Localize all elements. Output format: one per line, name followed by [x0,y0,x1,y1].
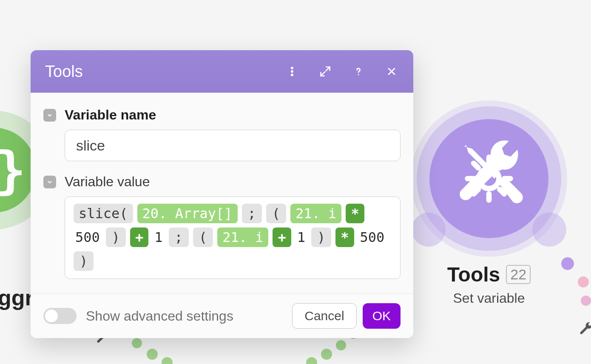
expr-token-par[interactable]: ) [74,251,94,271]
flow-dot [578,276,589,287]
svg-point-9 [291,67,293,69]
expr-token-num[interactable]: 500 [358,228,386,247]
expr-token-ref[interactable]: 21. i [290,204,341,223]
flow-dot [132,338,142,348]
help-icon[interactable] [351,64,366,79]
svg-line-5 [474,163,478,168]
expr-token-par[interactable]: ) [311,228,331,247]
tools-dialog: Tools Variable name [31,50,413,338]
collapse-toggle-variable-name[interactable] [43,109,56,122]
collapse-toggle-variable-value[interactable] [43,176,56,188]
variable-value-label: Variable value [65,174,150,190]
advanced-settings-label: Show advanced settings [86,308,292,324]
expr-token-par[interactable]: ( [193,228,213,247]
tools-node[interactable]: Tools 22 Set variable [410,106,568,306]
expr-token-num[interactable]: 500 [74,228,102,247]
dialog-header: Tools [31,50,413,93]
expr-token-ref[interactable]: 21. i [217,228,268,247]
svg-point-10 [291,71,293,73]
expr-token-op[interactable]: + [273,228,291,247]
tools-node-badge: 22 [506,265,531,284]
expr-token-op[interactable]: * [346,204,364,223]
expand-icon[interactable] [318,64,332,79]
tools-node-circle[interactable] [429,119,548,238]
dialog-title: Tools [45,63,285,81]
variable-name-label: Variable name [65,107,156,123]
advanced-settings-toggle[interactable] [43,308,77,324]
expr-token-par[interactable]: ) [106,228,126,247]
wrench-icon [579,321,591,339]
flow-dot [336,340,346,350]
flow-dot [581,296,591,306]
variable-name-input[interactable] [65,130,401,161]
expr-token-par[interactable]: ( [266,204,286,223]
flow-dot [162,357,173,364]
expr-token-num[interactable]: 1 [153,228,164,247]
variable-value-expression[interactable]: slice(20. Array[];(21. i*500)+1;(21. i+1… [65,196,401,279]
expr-token-ref[interactable]: 20. Array[] [137,204,238,223]
expr-token-sep[interactable]: ; [242,204,262,223]
cancel-button[interactable]: Cancel [292,303,356,329]
expr-token-op[interactable]: * [335,228,354,247]
svg-line-6 [500,189,504,194]
braces-icon: } [0,141,26,200]
expr-token-sep[interactable]: ; [169,228,189,247]
svg-point-11 [291,74,293,76]
flow-dot [147,349,158,360]
ok-button[interactable]: OK [363,303,401,329]
tools-node-title: Tools [447,263,500,286]
expr-token-num[interactable]: 1 [296,228,307,247]
svg-point-12 [358,74,359,75]
flow-dot [321,349,332,360]
flow-dot [306,357,317,364]
tools-node-subtitle: Set variable [410,290,568,306]
expr-token-op[interactable]: + [130,228,148,247]
expr-token-fn[interactable]: slice( [74,204,133,223]
close-icon[interactable] [384,64,399,79]
tools-icon [451,140,527,217]
more-icon[interactable] [285,64,299,79]
